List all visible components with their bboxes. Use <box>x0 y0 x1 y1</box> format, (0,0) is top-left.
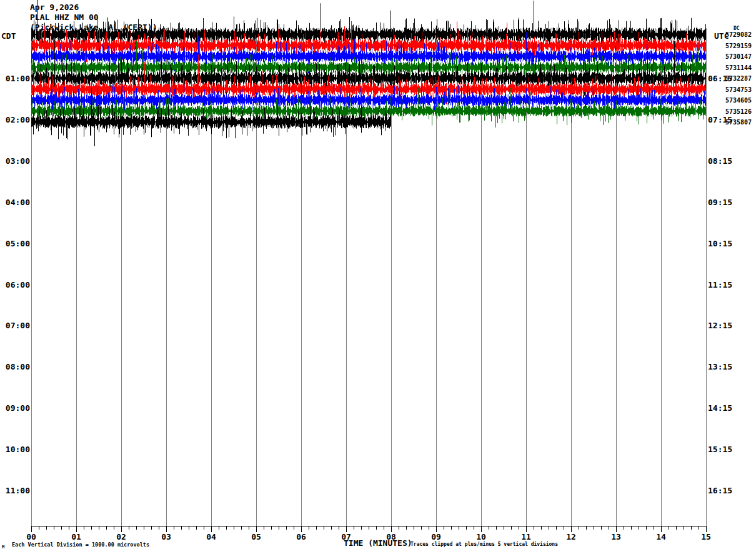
right-hour-label: 08:15 <box>708 156 737 166</box>
right-hour-label: 10:15 <box>708 239 737 248</box>
x-axis-tick-label: 11 <box>514 532 539 541</box>
left-hour-label: 06:00 <box>4 280 30 290</box>
corner-mark: M <box>2 545 4 550</box>
x-axis-tick-label: 15 <box>694 532 719 541</box>
x-axis-tick-label: 06 <box>289 532 314 541</box>
dc-offset-label: DC <box>734 26 740 31</box>
x-axis-tick-label: 13 <box>604 532 629 541</box>
left-hour-label: 01:00 <box>4 74 30 83</box>
right-hour-label: 13:15 <box>708 362 737 371</box>
x-axis-tick-label: 02 <box>109 532 134 541</box>
x-axis-tick-label: 10 <box>469 532 494 541</box>
right-hour-label: 15:15 <box>708 445 737 454</box>
dc-offset-value: 5730147 <box>725 53 752 60</box>
left-hour-label: 10:00 <box>4 445 30 454</box>
left-hour-label: 03:00 <box>4 156 30 166</box>
dc-offset-value: 5735807 <box>725 119 752 126</box>
left-hour-label: 08:00 <box>4 362 30 371</box>
dc-offset-value: 5735126 <box>725 108 752 115</box>
left-axis-timezone: CDT <box>1 31 16 41</box>
x-axis-tick-label: 12 <box>559 532 584 541</box>
header-location: (Pickwick Lake, AL (CERI)) <box>30 23 157 32</box>
x-axis-title: TIME (MINUTES) <box>344 538 412 548</box>
header-station: PLAL HHZ NM 00 <box>30 13 99 22</box>
x-axis-tick-label: 00 <box>19 532 44 541</box>
helicorder-page: Apr 9,2026 PLAL HHZ NM 00 (Pickwick Lake… <box>0 0 756 554</box>
left-hour-label: 05:00 <box>4 239 30 248</box>
seismogram-plot <box>0 0 756 554</box>
right-hour-label: 14:15 <box>708 403 737 413</box>
x-axis-tick-label: 14 <box>649 532 674 541</box>
dc-offset-value: 5734753 <box>725 86 752 93</box>
x-axis-tick-label: 01 <box>64 532 89 541</box>
header-date: Apr 9,2026 <box>30 3 79 12</box>
x-axis-tick-label: 05 <box>244 532 269 541</box>
dc-offset-value: 5732287 <box>725 75 752 82</box>
dc-offset-value: 5729082 <box>725 31 752 38</box>
left-hour-label: 04:00 <box>4 198 30 207</box>
x-axis-tick-label: 04 <box>199 532 224 541</box>
left-hour-label: 02:00 <box>4 115 30 124</box>
clip-note: Traces clipped at plus/minus 5 vertical … <box>410 541 558 547</box>
dc-offset-value: 5729159 <box>725 43 752 49</box>
dc-offset-value: 5731144 <box>725 64 752 71</box>
left-hour-label: 11:00 <box>4 486 30 495</box>
x-axis-tick-label: 03 <box>154 532 179 541</box>
right-hour-label: 11:15 <box>708 280 737 290</box>
vertical-scale-note: Each Vertical Division = 1000.00 microvo… <box>12 541 149 548</box>
left-hour-label: 09:00 <box>4 403 30 413</box>
left-hour-label: 07:00 <box>4 321 30 330</box>
right-hour-label: 16:15 <box>708 486 737 495</box>
right-hour-label: 12:15 <box>708 321 737 330</box>
dc-offset-value: 5734605 <box>725 97 752 104</box>
right-hour-label: 09:15 <box>708 198 737 207</box>
x-axis-tick-label: 09 <box>424 532 449 541</box>
